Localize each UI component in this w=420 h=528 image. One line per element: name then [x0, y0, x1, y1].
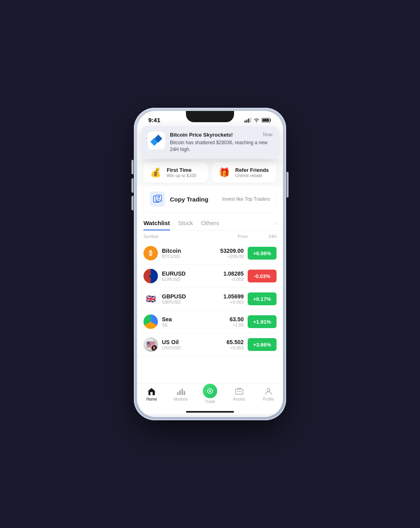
eurusd-icon: 🇪🇺 — [143, 269, 158, 283]
nav-assets-label: Assets — [233, 397, 245, 401]
gbpusd-symbol: GBPUSD — [162, 300, 211, 304]
table-row[interactable]: ₿ Bitcoin BTCUSD 53209.00 +209.00 +6.06% — [137, 242, 283, 265]
asset-list: ₿ Bitcoin BTCUSD 53209.00 +209.00 +6.06%… — [137, 242, 283, 383]
nav-profile[interactable]: Profile — [254, 387, 283, 404]
copy-trading-icon — [150, 191, 165, 207]
nav-markets-label: Markets — [174, 397, 188, 401]
table-row[interactable]: Sea SE 63.50 +1.00 +1.91% — [137, 310, 283, 333]
nav-trade-label: Trade — [205, 399, 215, 404]
copy-trading-subtitle: Invest like Top Traders — [222, 196, 270, 202]
gbpusd-info: GBPUSD GBPUSD — [162, 293, 211, 304]
bitcoin-icon: ₿ — [143, 246, 158, 260]
refer-icon: 🎁 — [217, 167, 231, 178]
table-row[interactable]: 🇪🇺 EURUSD EURUSD 1.08285 -0.003 -0.03% — [137, 265, 283, 288]
usoil-badge: +3.66% — [248, 338, 277, 351]
gbpusd-price: 1.05699 — [211, 293, 244, 300]
usoil-change: +0.003 — [211, 345, 244, 350]
bitcoin-change: +209.00 — [211, 254, 244, 259]
gbpusd-icon: 🇬🇧 — [143, 292, 158, 306]
gbpusd-price-col: 1.05699 +0.003 — [211, 293, 244, 304]
refer-title: Refer Friends — [235, 167, 269, 173]
svg-rect-16 — [184, 391, 186, 395]
svg-rect-5 — [250, 118, 251, 123]
svg-point-21 — [267, 389, 270, 391]
sea-icon — [143, 314, 158, 329]
eurusd-symbol: EURUSD — [162, 277, 211, 282]
table-row[interactable]: ⛽ 🇺🇸 US Oil USOUSD 65.502 +0.003 +3.66% — [137, 333, 283, 356]
svg-rect-3 — [246, 119, 248, 123]
nav-assets[interactable]: Assets — [224, 387, 254, 404]
status-icons — [244, 118, 272, 123]
col-symbol: Symbol — [143, 234, 206, 239]
notification-popup: Bitcoin Price Skyrockets! Now Bitcoin ha… — [141, 126, 279, 159]
svg-rect-8 — [262, 119, 269, 121]
svg-rect-19 — [236, 389, 243, 395]
home-icon — [147, 387, 156, 396]
bitcoin-price-col: 53209.00 +209.00 — [211, 248, 244, 259]
sea-name: Sea — [162, 316, 211, 322]
svg-rect-2 — [244, 121, 246, 123]
sea-info: Sea SE — [162, 316, 211, 327]
nav-home[interactable]: Home — [137, 387, 166, 404]
usoil-name: US Oil — [162, 339, 211, 345]
nav-markets[interactable]: Markets — [166, 387, 196, 404]
nav-trade[interactable]: Trade — [196, 387, 225, 404]
eurusd-price-col: 1.08285 -0.003 — [211, 270, 244, 282]
usoil-price: 65.502 — [211, 339, 244, 345]
tab-watchlist[interactable]: Watchlist — [143, 216, 170, 230]
col-price: Price — [206, 234, 248, 239]
notification-body: Bitcoin has shattered $28036, reaching a… — [170, 139, 273, 153]
tab-arrow-icon: › — [275, 220, 277, 226]
assets-icon — [235, 387, 244, 396]
table-row[interactable]: 🇬🇧 GBPUSD GBPUSD 1.05699 +0.003 +0.17% — [137, 288, 283, 310]
first-time-title: First Time — [167, 167, 196, 173]
sea-change: +1.00 — [211, 322, 244, 327]
bitcoin-symbol: BTCUSD — [162, 254, 211, 259]
svg-point-18 — [209, 390, 211, 392]
promo-card-first-time[interactable]: 💰 First Time Win up to $100 — [143, 162, 208, 183]
tabs: Watchlist Stock Others — [143, 216, 219, 230]
promo-row: 💰 First Time Win up to $100 🎁 Refer Frie… — [137, 159, 283, 186]
oil-icon: ⛽ 🇺🇸 — [143, 337, 158, 352]
promo-card-refer[interactable]: 🎁 Refer Friends Unlimit rebate — [212, 162, 277, 183]
nav-profile-label: Profile — [262, 397, 274, 401]
eurusd-info: EURUSD EURUSD — [162, 270, 211, 282]
eurusd-name: EURUSD — [162, 270, 211, 277]
copy-trading-banner[interactable]: Copy Trading Invest like Top Traders — [143, 186, 277, 212]
svg-rect-12 — [151, 392, 153, 395]
trade-icon — [206, 387, 214, 395]
tabs-container: Watchlist Stock Others › — [137, 216, 283, 231]
battery-icon — [262, 118, 272, 123]
nav-home-label: Home — [146, 397, 157, 401]
copy-trading-title: Copy Trading — [170, 196, 217, 203]
phone-notch — [186, 111, 234, 122]
tab-stock[interactable]: Stock — [178, 216, 193, 230]
usoil-symbol: USOUSD — [162, 345, 211, 350]
gbpusd-change: +0.003 — [211, 300, 244, 304]
svg-rect-4 — [248, 119, 249, 123]
bitcoin-info: Bitcoin BTCUSD — [162, 248, 211, 259]
col-24h: 24H — [248, 234, 277, 239]
phone-frame: Bitcoin Price Skyrockets! Now Bitcoin ha… — [134, 108, 286, 420]
tab-others[interactable]: Others — [201, 216, 219, 230]
svg-rect-13 — [177, 392, 179, 395]
bitcoin-badge: +6.06% — [248, 247, 277, 260]
notification-content: Bitcoin Price Skyrockets! Now Bitcoin ha… — [170, 132, 273, 153]
bitcoin-name: Bitcoin — [162, 248, 211, 254]
usoil-price-col: 65.502 +0.003 — [211, 339, 244, 350]
notification-time: Now — [263, 132, 273, 137]
app-content: B 7 ▲ +7.20 (+5.80%) Low 💰 First Time Wi… — [137, 126, 283, 414]
wifi-icon — [253, 118, 260, 123]
sea-price: 63.50 — [211, 316, 244, 322]
profile-icon — [264, 387, 273, 396]
gbpusd-name: GBPUSD — [162, 293, 211, 300]
sea-price-col: 63.50 +1.00 — [211, 316, 244, 327]
svg-rect-15 — [182, 389, 183, 395]
sea-badge: +1.91% — [248, 315, 277, 328]
home-indicator-bar — [137, 409, 283, 414]
notification-app-icon — [147, 132, 165, 149]
first-time-icon: 💰 — [148, 167, 163, 178]
eurusd-price: 1.08285 — [211, 270, 244, 277]
table-header: Symbol Price 24H — [137, 231, 283, 242]
svg-rect-14 — [180, 390, 181, 395]
